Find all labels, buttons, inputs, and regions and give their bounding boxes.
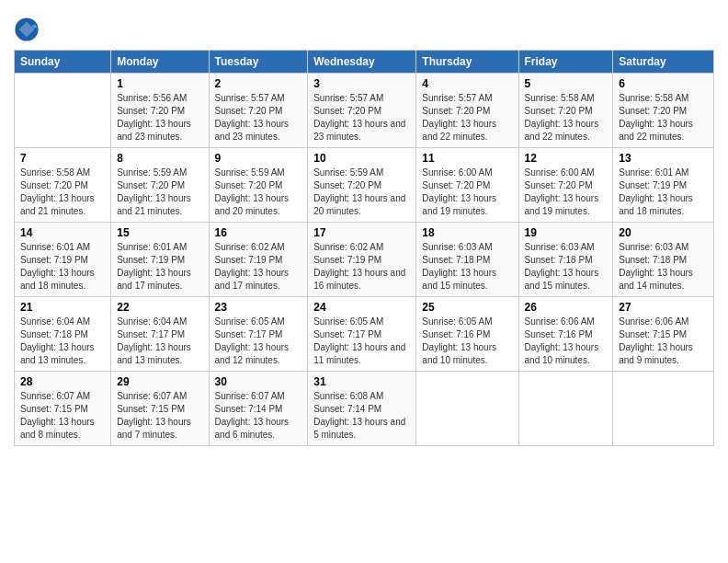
day-info: Sunrise: 6:01 AM Sunset: 7:19 PM Dayligh… bbox=[619, 167, 708, 218]
day-info: Sunrise: 5:58 AM Sunset: 7:20 PM Dayligh… bbox=[525, 92, 608, 144]
calendar-table: SundayMondayTuesdayWednesdayThursdayFrid… bbox=[14, 50, 714, 446]
calendar-cell: 21Sunrise: 6:04 AM Sunset: 7:18 PM Dayli… bbox=[15, 297, 111, 372]
day-number: 15 bbox=[117, 226, 202, 239]
calendar-cell: 5Sunrise: 5:58 AM Sunset: 7:20 PM Daylig… bbox=[518, 74, 613, 148]
calendar-cell bbox=[613, 372, 714, 446]
day-number: 21 bbox=[20, 301, 105, 314]
calendar-cell: 8Sunrise: 5:59 AM Sunset: 7:20 PM Daylig… bbox=[111, 148, 209, 223]
calendar-cell: 11Sunrise: 6:00 AM Sunset: 7:20 PM Dayli… bbox=[416, 148, 518, 223]
header-day-sunday: Sunday bbox=[15, 51, 111, 74]
day-number: 20 bbox=[619, 226, 708, 239]
day-info: Sunrise: 6:05 AM Sunset: 7:17 PM Dayligh… bbox=[215, 316, 302, 367]
day-number: 13 bbox=[619, 152, 708, 165]
day-info: Sunrise: 5:59 AM Sunset: 7:20 PM Dayligh… bbox=[117, 167, 202, 218]
day-info: Sunrise: 5:58 AM Sunset: 7:20 PM Dayligh… bbox=[20, 167, 105, 218]
day-number: 11 bbox=[422, 152, 512, 165]
calendar-cell: 19Sunrise: 6:03 AM Sunset: 7:18 PM Dayli… bbox=[518, 223, 613, 297]
day-info: Sunrise: 5:58 AM Sunset: 7:20 PM Dayligh… bbox=[619, 92, 708, 144]
calendar-cell: 13Sunrise: 6:01 AM Sunset: 7:19 PM Dayli… bbox=[613, 148, 714, 223]
calendar-week-row: 14Sunrise: 6:01 AM Sunset: 7:19 PM Dayli… bbox=[15, 223, 714, 297]
logo bbox=[14, 17, 43, 42]
day-number: 5 bbox=[525, 77, 608, 90]
day-number: 27 bbox=[619, 301, 708, 314]
header-day-monday: Monday bbox=[111, 51, 209, 74]
day-info: Sunrise: 6:07 AM Sunset: 7:14 PM Dayligh… bbox=[215, 390, 302, 442]
day-number: 1 bbox=[117, 77, 202, 90]
day-number: 9 bbox=[215, 152, 302, 165]
day-info: Sunrise: 5:59 AM Sunset: 7:20 PM Dayligh… bbox=[215, 167, 302, 218]
day-info: Sunrise: 6:01 AM Sunset: 7:19 PM Dayligh… bbox=[20, 241, 105, 293]
calendar-cell bbox=[518, 372, 613, 446]
logo-icon bbox=[14, 17, 40, 42]
day-info: Sunrise: 6:05 AM Sunset: 7:16 PM Dayligh… bbox=[422, 316, 512, 367]
calendar-cell: 2Sunrise: 5:57 AM Sunset: 7:20 PM Daylig… bbox=[209, 74, 308, 148]
day-number: 16 bbox=[215, 226, 302, 239]
day-number: 8 bbox=[117, 152, 202, 165]
day-info: Sunrise: 5:57 AM Sunset: 7:20 PM Dayligh… bbox=[215, 92, 302, 144]
calendar-week-row: 21Sunrise: 6:04 AM Sunset: 7:18 PM Dayli… bbox=[15, 297, 714, 372]
calendar-cell: 20Sunrise: 6:03 AM Sunset: 7:18 PM Dayli… bbox=[613, 223, 714, 297]
calendar-cell: 16Sunrise: 6:02 AM Sunset: 7:19 PM Dayli… bbox=[209, 223, 308, 297]
calendar-cell: 22Sunrise: 6:04 AM Sunset: 7:17 PM Dayli… bbox=[111, 297, 209, 372]
header-day-saturday: Saturday bbox=[613, 51, 714, 74]
day-info: Sunrise: 6:06 AM Sunset: 7:16 PM Dayligh… bbox=[525, 316, 608, 367]
calendar-cell: 25Sunrise: 6:05 AM Sunset: 7:16 PM Dayli… bbox=[416, 297, 518, 372]
day-number: 29 bbox=[117, 375, 202, 388]
calendar-cell: 4Sunrise: 5:57 AM Sunset: 7:20 PM Daylig… bbox=[416, 74, 518, 148]
day-info: Sunrise: 6:06 AM Sunset: 7:15 PM Dayligh… bbox=[619, 316, 708, 367]
day-info: Sunrise: 6:00 AM Sunset: 7:20 PM Dayligh… bbox=[422, 167, 512, 218]
day-number: 22 bbox=[117, 301, 202, 314]
day-number: 26 bbox=[525, 301, 608, 314]
day-info: Sunrise: 6:02 AM Sunset: 7:19 PM Dayligh… bbox=[215, 241, 302, 293]
day-number: 19 bbox=[525, 226, 608, 239]
calendar-cell: 23Sunrise: 6:05 AM Sunset: 7:17 PM Dayli… bbox=[209, 297, 308, 372]
header-day-thursday: Thursday bbox=[416, 51, 518, 74]
day-number: 18 bbox=[422, 226, 512, 239]
calendar-cell: 28Sunrise: 6:07 AM Sunset: 7:15 PM Dayli… bbox=[15, 372, 111, 446]
calendar-cell: 12Sunrise: 6:00 AM Sunset: 7:20 PM Dayli… bbox=[518, 148, 613, 223]
calendar-cell: 15Sunrise: 6:01 AM Sunset: 7:19 PM Dayli… bbox=[111, 223, 209, 297]
day-info: Sunrise: 6:07 AM Sunset: 7:15 PM Dayligh… bbox=[20, 390, 105, 442]
page-header bbox=[14, 9, 714, 42]
day-number: 25 bbox=[422, 301, 512, 314]
day-info: Sunrise: 6:03 AM Sunset: 7:18 PM Dayligh… bbox=[525, 241, 608, 293]
day-info: Sunrise: 6:08 AM Sunset: 7:14 PM Dayligh… bbox=[313, 390, 410, 442]
day-number: 12 bbox=[525, 152, 608, 165]
day-info: Sunrise: 6:01 AM Sunset: 7:19 PM Dayligh… bbox=[117, 241, 202, 293]
day-info: Sunrise: 5:57 AM Sunset: 7:20 PM Dayligh… bbox=[422, 92, 512, 144]
day-number: 17 bbox=[313, 226, 410, 239]
day-info: Sunrise: 5:57 AM Sunset: 7:20 PM Dayligh… bbox=[313, 92, 410, 144]
day-number: 30 bbox=[215, 375, 302, 388]
calendar-week-row: 28Sunrise: 6:07 AM Sunset: 7:15 PM Dayli… bbox=[15, 372, 714, 446]
day-info: Sunrise: 6:03 AM Sunset: 7:18 PM Dayligh… bbox=[619, 241, 708, 293]
day-number: 31 bbox=[313, 375, 410, 388]
calendar-cell bbox=[416, 372, 518, 446]
day-number: 24 bbox=[313, 301, 410, 314]
calendar-cell: 7Sunrise: 5:58 AM Sunset: 7:20 PM Daylig… bbox=[15, 148, 111, 223]
header-day-wednesday: Wednesday bbox=[308, 51, 416, 74]
calendar-header-row: SundayMondayTuesdayWednesdayThursdayFrid… bbox=[15, 51, 714, 74]
day-number: 23 bbox=[215, 301, 302, 314]
day-number: 4 bbox=[422, 77, 512, 90]
day-info: Sunrise: 6:04 AM Sunset: 7:17 PM Dayligh… bbox=[117, 316, 202, 367]
calendar-cell: 3Sunrise: 5:57 AM Sunset: 7:20 PM Daylig… bbox=[308, 74, 416, 148]
day-number: 28 bbox=[20, 375, 105, 388]
calendar-cell: 31Sunrise: 6:08 AM Sunset: 7:14 PM Dayli… bbox=[308, 372, 416, 446]
day-number: 7 bbox=[20, 152, 105, 165]
day-number: 14 bbox=[20, 226, 105, 239]
day-info: Sunrise: 6:07 AM Sunset: 7:15 PM Dayligh… bbox=[117, 390, 202, 442]
calendar-cell: 17Sunrise: 6:02 AM Sunset: 7:19 PM Dayli… bbox=[308, 223, 416, 297]
calendar-cell: 1Sunrise: 5:56 AM Sunset: 7:20 PM Daylig… bbox=[111, 74, 209, 148]
day-number: 2 bbox=[215, 77, 302, 90]
day-info: Sunrise: 6:00 AM Sunset: 7:20 PM Dayligh… bbox=[525, 167, 608, 218]
day-info: Sunrise: 6:03 AM Sunset: 7:18 PM Dayligh… bbox=[422, 241, 512, 293]
day-info: Sunrise: 6:05 AM Sunset: 7:17 PM Dayligh… bbox=[313, 316, 410, 367]
calendar-cell: 27Sunrise: 6:06 AM Sunset: 7:15 PM Dayli… bbox=[613, 297, 714, 372]
day-number: 6 bbox=[619, 77, 708, 90]
day-number: 3 bbox=[313, 77, 410, 90]
calendar-week-row: 1Sunrise: 5:56 AM Sunset: 7:20 PM Daylig… bbox=[15, 74, 714, 148]
calendar-cell: 26Sunrise: 6:06 AM Sunset: 7:16 PM Dayli… bbox=[518, 297, 613, 372]
day-info: Sunrise: 5:56 AM Sunset: 7:20 PM Dayligh… bbox=[117, 92, 202, 144]
header-day-tuesday: Tuesday bbox=[209, 51, 308, 74]
calendar-cell: 18Sunrise: 6:03 AM Sunset: 7:18 PM Dayli… bbox=[416, 223, 518, 297]
